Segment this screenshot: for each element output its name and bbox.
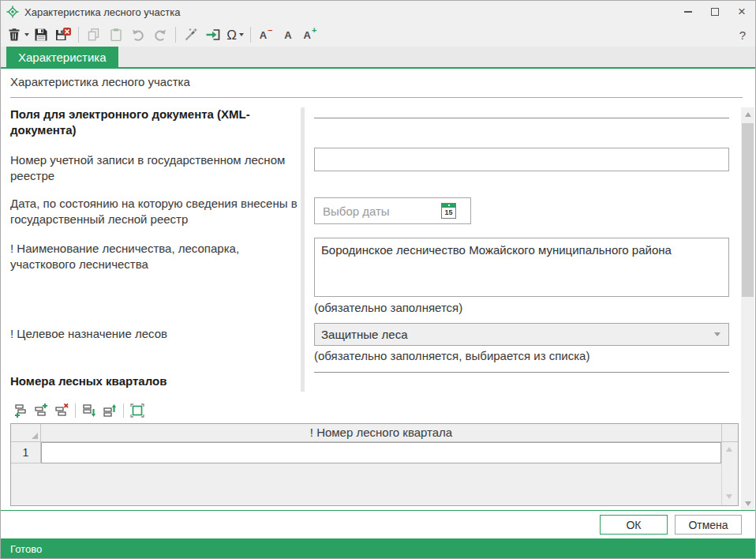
forestry-hint: (обязательно заполняется): [314, 301, 462, 314]
row-insert-icon[interactable]: [31, 401, 51, 420]
account-number-input[interactable]: [314, 148, 729, 171]
window-title: Характеристика лесного участка: [24, 6, 675, 18]
app-window: Характеристика лесного участка ×: [0, 0, 756, 559]
title-divider: [10, 97, 743, 98]
magic-wand-icon[interactable]: [181, 24, 201, 45]
help-button[interactable]: ?: [739, 28, 746, 42]
ok-button[interactable]: ОК: [600, 515, 668, 535]
scrollbar-thumb[interactable]: [742, 123, 754, 297]
undo-icon[interactable]: [128, 24, 148, 45]
chevron-down-icon: [714, 332, 720, 336]
maximize-button[interactable]: [702, 2, 728, 22]
row-number-cell[interactable]: 1: [11, 442, 41, 463]
account-number-label: Номер учетной записи в государственном л…: [10, 152, 299, 185]
table-scrollbar[interactable]: [721, 442, 738, 505]
save-close-icon[interactable]: [53, 24, 73, 45]
font-increase-icon[interactable]: A+: [300, 24, 320, 45]
app-icon: [6, 6, 19, 18]
quarters-table: ! Номер лесного квартала 1: [10, 423, 739, 506]
close-button[interactable]: ×: [728, 2, 755, 22]
page-scrollbar[interactable]: [741, 107, 754, 510]
save-icon[interactable]: [31, 24, 51, 45]
font-decrease-icon[interactable]: A–: [256, 24, 276, 45]
table-scroll-spacer: [721, 424, 738, 441]
font-reset-icon[interactable]: A: [278, 24, 298, 45]
purpose-hint: (обязательно заполняется, выбирается из …: [314, 349, 589, 362]
table-scroll-up-icon[interactable]: [726, 447, 732, 452]
minimize-button[interactable]: [675, 2, 702, 22]
status-bar: Готово: [1, 538, 755, 559]
copy-icon[interactable]: [84, 24, 104, 45]
table-corner-cell[interactable]: [11, 424, 41, 441]
empty-line-field-bottom: [314, 372, 729, 373]
purpose-select-value: Защитные леса: [321, 328, 714, 341]
form-content: Характеристика лесного участка Поля для …: [1, 69, 755, 510]
omega-icon[interactable]: Ω: [225, 24, 245, 45]
row-add-icon[interactable]: [10, 401, 31, 420]
empty-line-field-top: [314, 118, 729, 118]
calendar-icon[interactable]: 15: [441, 203, 456, 219]
row-move-down-icon[interactable]: [79, 401, 99, 420]
page-title: Характеристика лесного участка: [10, 75, 190, 88]
table-column-header[interactable]: ! Номер лесного квартала: [41, 424, 721, 441]
purpose-select[interactable]: Защитные леса: [314, 323, 729, 346]
delete-icon[interactable]: [6, 24, 29, 45]
forestry-label: ! Наименование лесничества, лесопарка, у…: [10, 241, 299, 273]
date-label: Дата, по состоянию на которую сведения в…: [10, 196, 299, 228]
main-toolbar: Ω A– A A+ ?: [1, 23, 755, 47]
status-text: Готово: [10, 543, 42, 555]
scroll-up-icon[interactable]: [741, 107, 754, 121]
quarters-section-title: Номера лесных кварталов: [10, 373, 299, 389]
date-picker-field[interactable]: 15: [314, 197, 471, 224]
import-icon[interactable]: [203, 24, 223, 45]
table-expand-icon[interactable]: [127, 401, 148, 420]
redo-icon[interactable]: [150, 24, 170, 45]
row-delete-icon[interactable]: [51, 401, 72, 420]
purpose-label: ! Целевое назначение лесов: [10, 326, 299, 342]
quarter-number-input[interactable]: [41, 442, 721, 463]
table-row: 1: [11, 442, 721, 463]
scroll-down-icon[interactable]: [741, 497, 754, 510]
grid-toolbar: [10, 400, 148, 421]
tab-characteristic[interactable]: Характеристика: [6, 47, 118, 67]
tab-bar: Характеристика: [1, 47, 755, 69]
title-bar: Характеристика лесного участка ×: [1, 1, 755, 23]
cancel-button[interactable]: Отмена: [675, 515, 742, 535]
section-xml-title: Поля для электронного документа (XML-док…: [10, 107, 299, 139]
table-header-row: ! Номер лесного квартала: [11, 424, 738, 442]
button-bar: ОК Отмена: [1, 510, 755, 538]
column-separator: [301, 107, 305, 392]
forestry-name-textarea[interactable]: Бородинское лесничество Можайского муниц…: [314, 238, 729, 297]
table-empty-area: [11, 463, 721, 505]
paste-icon[interactable]: [106, 24, 126, 45]
date-input[interactable]: [321, 204, 441, 219]
row-move-up-icon[interactable]: [99, 401, 120, 420]
